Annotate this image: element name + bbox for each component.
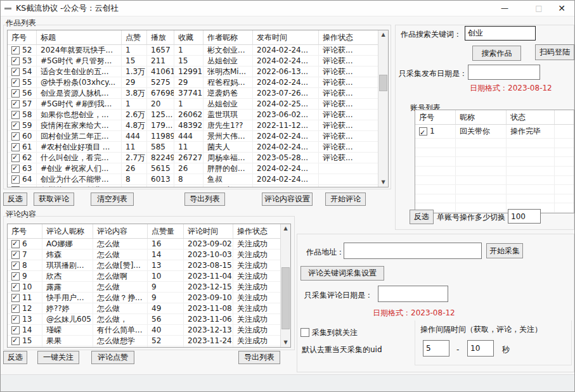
table-row[interactable]: 56创业是资源人脉机...3.8万67698037741逆袭奶爸2023-07-… xyxy=(8,88,378,99)
table-row[interactable]: 7炜森怎么做142023-10-03...关注成功 xyxy=(8,250,280,260)
works-invert-select-button[interactable]: 反选 xyxy=(3,193,27,206)
row-checkbox[interactable] xyxy=(11,186,20,187)
cell-nick: AO娜娜 xyxy=(42,239,93,249)
cell-time: 2023-11-24... xyxy=(184,336,233,346)
cell-likes: 3.8万 xyxy=(122,88,147,98)
row-checkbox[interactable] xyxy=(11,348,20,348)
row-checkbox[interactable] xyxy=(11,251,20,259)
comments-vertical-scrollbar[interactable]: ▲ ▼ xyxy=(280,224,290,347)
table-row[interactable]: 13@幺妹儿605怎么做，562023-11-06...关注成功 xyxy=(8,314,280,325)
comment-like-button[interactable]: 评论点赞 xyxy=(91,351,134,364)
table-row[interactable]: 57#5G时代 #刷到我...1201丛姐创业2024-02-25...评论获.… xyxy=(8,99,378,110)
table-row[interactable]: 63#创业 #祝家人们...26561526胖胖的创...2024-02-24.… xyxy=(8,163,378,174)
row-checkbox[interactable] xyxy=(11,154,20,162)
publish-date-input[interactable] xyxy=(468,65,540,80)
get-comments-button[interactable]: 获取评论 xyxy=(34,193,74,206)
minimize-button[interactable]: — xyxy=(496,2,513,15)
scan-login-button[interactable]: 扫码登陆 xyxy=(535,44,574,60)
row-checkbox[interactable] xyxy=(11,68,20,76)
table-row[interactable]: 59疫情闲在家来给大...4.8万179...48392唐先生1??2022-1… xyxy=(8,120,378,131)
table-row[interactable]: 1回关带你操作完毕 xyxy=(415,125,574,139)
table-row[interactable]: 62什么叫创业，看完...2.7万82249826727周杨幸福...2023-… xyxy=(8,153,378,163)
cell-favs: 15 xyxy=(174,56,204,66)
comments-invert-select-button[interactable]: 反选 xyxy=(3,351,27,364)
publish-date-label: 只采集发布日期是： xyxy=(399,68,467,79)
start-comment-button[interactable]: 开始评论 xyxy=(325,193,366,206)
row-checkbox[interactable] xyxy=(11,337,20,345)
clear-list-button[interactable]: 清空列表 xyxy=(91,193,134,206)
table-row[interactable]: 8琪琪播剧...怎么做[赞]...132023-08-15...关注成功 xyxy=(8,260,280,271)
row-checkbox[interactable] xyxy=(11,100,20,108)
maximize-button[interactable]: □ xyxy=(531,2,547,15)
account-switch-input[interactable] xyxy=(508,209,541,224)
row-checkbox[interactable] xyxy=(11,89,20,98)
table-row[interactable]: 10露露怎么做92023-12-15...关注成功 xyxy=(8,282,280,293)
row-checkbox[interactable] xyxy=(11,143,20,151)
comment-date-input[interactable] xyxy=(378,286,448,302)
scroll-up-icon[interactable]: ▲ xyxy=(281,224,290,233)
row-checkbox[interactable] xyxy=(11,111,20,119)
title-bar: KS截流协议 -公众号：云创社 — □ ✕ xyxy=(1,1,574,16)
table-row[interactable]: 55@快手粉条(03xhcy...29527529程爸程妈...2024-02-… xyxy=(8,77,378,88)
comment-content-setting-button[interactable]: 评论内容设置 xyxy=(262,193,313,206)
cell-author: 盖世琪琪 xyxy=(204,110,253,120)
table-row[interactable]: 6AO娜娜怎么做162023-09-02...关注成功 xyxy=(8,239,280,250)
comments-export-list-button[interactable]: 导出列表 xyxy=(238,351,280,364)
table-row[interactable]: 14瑾嵘有什么简单...402023-12-13...关注成功 xyxy=(8,325,280,336)
cell-title: @快手粉条(03xhcy... xyxy=(37,77,122,87)
table-row[interactable]: 11快手用户...怎么做？挣...92023-09-10...关注成功 xyxy=(8,293,280,303)
scroll-down-icon[interactable]: ▼ xyxy=(281,338,290,347)
accounts-invert-select-button[interactable]: 反选 xyxy=(410,210,434,224)
interval-min-input[interactable] xyxy=(423,340,449,357)
table-row[interactable]: 61#农村创业好项目 ...1158511菌夫人2024-02-24...评论获… xyxy=(8,142,378,153)
row-checkbox[interactable] xyxy=(11,262,20,270)
close-button[interactable]: ✕ xyxy=(553,2,570,15)
works-export-list-button[interactable]: 导出列表 xyxy=(184,193,225,206)
row-checkbox[interactable] xyxy=(11,57,20,65)
scroll-down-icon[interactable]: ▼ xyxy=(378,178,388,187)
table-row[interactable]: 53#5G时代 #只管努...1521115丛姐创业2024-02-24...评… xyxy=(8,56,378,66)
search-works-button[interactable]: 搜索作品 xyxy=(472,46,521,61)
table-row[interactable]: 12婷??婷怎么做492023-11-08...关注成功 xyxy=(8,303,280,314)
row-checkbox[interactable] xyxy=(11,175,20,184)
row-checkbox[interactable] xyxy=(11,326,20,334)
follow-on-collect-checkbox[interactable] xyxy=(300,328,309,337)
row-checkbox[interactable] xyxy=(11,283,20,291)
scroll-thumb[interactable] xyxy=(281,267,290,329)
interval-unit-label: 秒 xyxy=(502,345,510,355)
row-checkbox[interactable] xyxy=(11,132,20,141)
table-row[interactable]: 54适合女生创业的五...1.3万41061212991张明杰Mi...2022… xyxy=(8,66,378,77)
cell-time: 2023-09-10... xyxy=(184,293,233,303)
row-checkbox[interactable] xyxy=(11,272,20,281)
row-checkbox[interactable] xyxy=(11,315,20,324)
table-row[interactable]: 522024年就要玩快手...116571彬文创业...2024-02-24..… xyxy=(8,45,378,56)
table-row[interactable]: 64创业为什么不能带...860138鱼叔2024-02-24... xyxy=(8,174,378,185)
comment-keyword-setting-button[interactable]: 评论关键词采集设置 xyxy=(300,266,384,281)
row-checkbox[interactable] xyxy=(11,240,20,248)
scroll-thumb[interactable] xyxy=(379,75,387,91)
table-row[interactable]: 15果果怎么做想学522023-11-24...关注成功 xyxy=(8,336,280,346)
table-row[interactable]: 60回村创业第二年正...444119895444景州大伟...2024-02-… xyxy=(8,131,378,142)
interval-dash: - xyxy=(456,345,459,354)
table-row[interactable]: 16简凤倩怎么做842024-01-07...关注成功 xyxy=(8,346,280,348)
table-row[interactable]: 65怎样从零开始创业...2.1万67474020621网易财经2022-12-… xyxy=(8,185,378,187)
row-checkbox[interactable] xyxy=(11,46,20,54)
row-checkbox[interactable] xyxy=(11,305,20,313)
interval-max-input[interactable] xyxy=(467,340,494,357)
row-checkbox[interactable] xyxy=(419,127,427,136)
cell-date: 2023-06-02... xyxy=(253,110,319,120)
row-checkbox[interactable] xyxy=(11,79,20,87)
start-collect-button[interactable]: 开始采集 xyxy=(486,243,523,258)
scroll-up-icon[interactable]: ▲ xyxy=(378,30,388,39)
work-url-input[interactable] xyxy=(344,243,482,259)
row-checkbox[interactable] xyxy=(11,122,20,130)
one-key-follow-button[interactable]: 一键关注 xyxy=(37,351,79,364)
comment-date-format-hint: 日期格式：2023-08-12 xyxy=(373,308,455,319)
row-checkbox[interactable] xyxy=(11,165,20,173)
search-keyword-input[interactable] xyxy=(465,26,536,41)
cell-status: 评论获... xyxy=(319,99,378,109)
table-row[interactable]: 9欣杰怎么做啊102023-11-04...关注成功 xyxy=(8,271,280,282)
row-checkbox[interactable] xyxy=(11,294,20,302)
works-vertical-scrollbar[interactable]: ▲ ▼ xyxy=(378,30,388,187)
table-row[interactable]: 58如果你也想创业，...2.6万125...26062盖世琪琪2023-06-… xyxy=(8,110,378,120)
